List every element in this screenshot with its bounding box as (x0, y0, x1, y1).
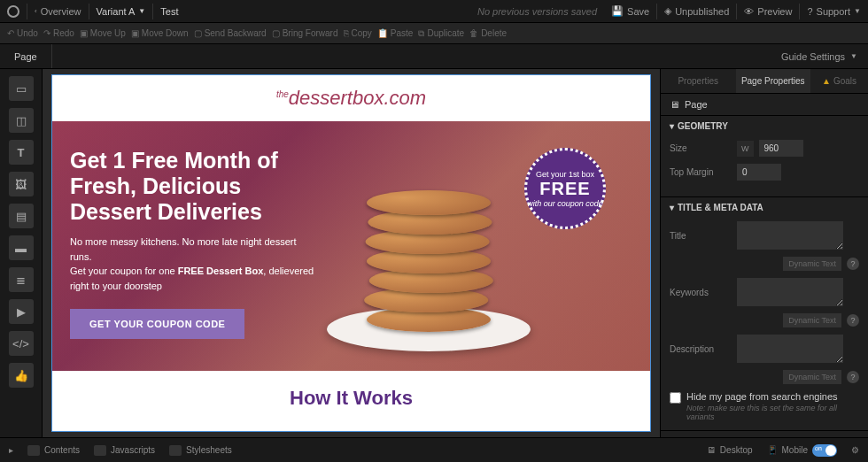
desktop-view-button[interactable]: 🖥 Desktop (707, 445, 753, 455)
bottom-bar: ▸ Contents Javascripts Stylesheets 🖥 Des… (0, 437, 868, 462)
description-input[interactable] (737, 335, 843, 363)
publish-status[interactable]: ◈ Unpublished (657, 5, 736, 17)
tab-page-properties[interactable]: Page Properties (736, 69, 811, 93)
send-backward-button[interactable]: ▢ Send Backward (194, 28, 267, 38)
social-tool-icon[interactable]: 👍 (9, 363, 34, 388)
box-tool-icon[interactable]: ◫ (9, 108, 34, 133)
section-meta-header[interactable]: ▾ TITLE & META DATA (661, 197, 868, 218)
page-frame[interactable]: thedessertbox.com Get 1 Free Month of Fr… (51, 74, 651, 432)
size-label: Size (670, 143, 732, 153)
section-title: How It Works (52, 387, 650, 410)
duplicate-button[interactable]: ⧉ Duplicate (418, 28, 464, 39)
support-dropdown[interactable]: ? Support ▼ (800, 6, 868, 17)
warning-icon: ▲ (822, 76, 831, 86)
move-up-button[interactable]: ▣ Move Up (80, 28, 126, 38)
canvas[interactable]: thedessertbox.com Get 1 Free Month of Fr… (43, 69, 660, 437)
paste-button[interactable]: 📋 Paste (377, 28, 414, 38)
dynamic-text-button[interactable]: Dynamic Text (783, 370, 841, 384)
site-logo: thedessertbox.com (276, 87, 426, 110)
mobile-view-button[interactable]: 📱 Mobile on (767, 444, 837, 457)
section-how-it-works: How It Works (52, 371, 650, 426)
hero-subtitle: No more messy kitchens. No more late nig… (70, 235, 318, 293)
stylesheets-button[interactable]: Stylesheets (169, 445, 232, 456)
hide-from-search-checkbox[interactable] (670, 392, 681, 404)
expand-button[interactable]: ▸ (9, 445, 13, 455)
guide-settings-dropdown[interactable]: Guide Settings▼ (771, 51, 868, 62)
top-margin-label: Top Margin (670, 167, 732, 177)
description-label: Description (670, 344, 732, 354)
variant-dropdown[interactable]: Variant A▼ (89, 6, 153, 17)
cta-button[interactable]: GET YOUR COUPON CODE (70, 309, 244, 339)
width-prefix: W (737, 141, 754, 157)
mobile-toggle[interactable]: on (812, 444, 837, 457)
embed-tool-icon[interactable]: ≣ (9, 267, 34, 292)
move-down-button[interactable]: ▣ Move Down (131, 28, 189, 38)
hero-section: Get 1 Free Month of Fresh, Delicious Des… (52, 121, 650, 371)
top-bar: ‹Overview Variant A▼ Test No previous ve… (0, 0, 868, 23)
width-input[interactable] (759, 140, 803, 157)
properties-panel: Properties Page Properties ▲Goals 🖥 Page… (660, 69, 868, 437)
selected-element: 🖥 Page (661, 94, 868, 116)
hide-label: Hide my page from search engines (686, 391, 859, 402)
action-bar: ↶ Undo ↷ Redo ▣ Move Up ▣ Move Down ▢ Se… (0, 23, 868, 44)
section-geometry-header[interactable]: ▾ GEOMETRY (661, 116, 868, 136)
hide-note: Note: make sure this is set the same for… (686, 404, 859, 421)
keywords-input[interactable] (737, 278, 843, 306)
help-icon[interactable]: ? (847, 371, 859, 383)
button-tool-icon[interactable]: ▬ (9, 235, 34, 260)
site-header: thedessertbox.com (52, 75, 650, 121)
tab-goals[interactable]: ▲Goals (810, 69, 868, 93)
title-label: Title (670, 231, 732, 241)
html-tool-icon[interactable]: </> (9, 331, 34, 356)
save-status: No previous versions saved (477, 6, 597, 17)
promo-badge: Get your 1st box FREE with our coupon co… (524, 148, 606, 229)
section-tool-icon[interactable]: ▭ (9, 76, 34, 101)
page-name: Test (153, 6, 185, 17)
top-margin-input[interactable] (737, 164, 781, 181)
copy-button[interactable]: ⎘ Copy (344, 28, 372, 38)
help-icon[interactable]: ? (847, 314, 859, 327)
dynamic-text-button[interactable]: Dynamic Text (783, 313, 841, 327)
contents-button[interactable]: Contents (27, 445, 80, 456)
settings-icon[interactable]: ⚙ (851, 445, 859, 455)
dynamic-text-button[interactable]: Dynamic Text (783, 257, 841, 271)
app-logo-icon[interactable] (7, 5, 19, 18)
form-tool-icon[interactable]: ▤ (9, 204, 34, 228)
bring-forward-button[interactable]: ▢ Bring Forward (272, 28, 338, 38)
title-input[interactable] (737, 221, 843, 250)
text-tool-icon[interactable]: T (9, 140, 34, 165)
preview-button[interactable]: 👁 Preview (737, 6, 799, 17)
tab-properties[interactable]: Properties (661, 69, 736, 93)
redo-button[interactable]: ↷ Redo (43, 28, 74, 38)
javascripts-button[interactable]: Javascripts (94, 445, 155, 456)
help-icon[interactable]: ? (847, 258, 859, 270)
element-toolbar: ▭ ◫ T 🖼 ▤ ▬ ≣ ▶ </> 👍 (0, 69, 43, 437)
video-tool-icon[interactable]: ▶ (9, 299, 34, 324)
keywords-label: Keywords (670, 288, 732, 297)
delete-button[interactable]: 🗑 Delete (469, 28, 507, 38)
undo-button[interactable]: ↶ Undo (7, 28, 38, 38)
section-background-header[interactable]: ▾ BACKGROUND PROPERTIES (661, 431, 868, 437)
save-button[interactable]: 💾 Save (604, 5, 656, 17)
image-tool-icon[interactable]: 🖼 (9, 172, 34, 196)
tab-page[interactable]: Page (0, 44, 52, 68)
document-tabs: Page Guide Settings▼ (0, 44, 868, 69)
back-overview[interactable]: ‹Overview (27, 6, 89, 17)
